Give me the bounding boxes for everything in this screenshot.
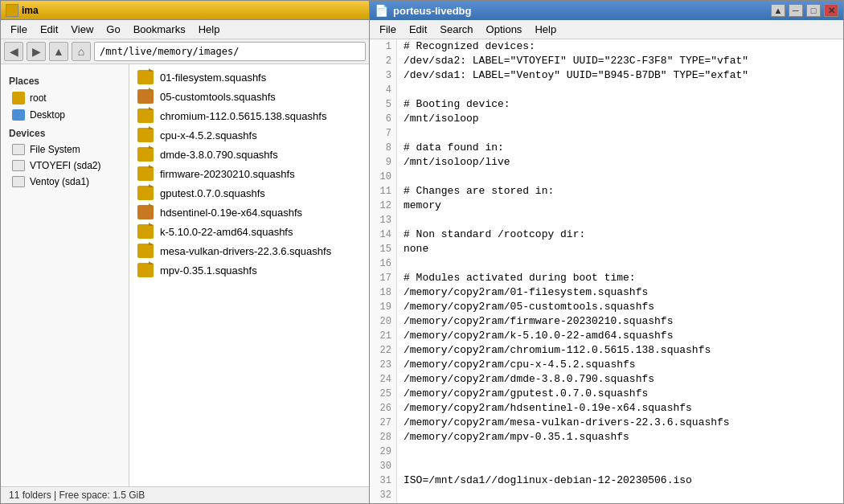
file-icon	[137, 89, 154, 104]
sidebar-item-root[interactable]: root	[1, 89, 129, 107]
file-item[interactable]: firmware-20230210.squashfs	[129, 164, 369, 183]
line-number: 13	[375, 213, 391, 227]
file-list: 01-filesystem.squashfs05-customtools.squ…	[129, 64, 369, 486]
code-line: /memory/copy2ram/gputest.0.7.0.squashfs	[404, 387, 837, 401]
address-bar[interactable]: /mnt/live/memory/images/	[94, 42, 366, 61]
sidebar-item-desktop[interactable]: Desktop	[1, 107, 129, 123]
file-item[interactable]: dmde-3.8.0.790.squashfs	[129, 145, 369, 164]
line-number: 11	[375, 184, 391, 199]
file-icon	[137, 128, 154, 142]
fm-menu-file[interactable]: File	[4, 22, 34, 37]
file-icon	[137, 186, 154, 200]
te-menu-edit[interactable]: Edit	[403, 22, 433, 37]
code-line: # Booting device:	[404, 97, 837, 112]
code-line	[404, 126, 837, 141]
file-name: dmde-3.8.0.790.squashfs	[160, 149, 278, 161]
code-line: none	[404, 242, 837, 256]
line-number: 8	[375, 141, 391, 155]
code-line: # Modules activated during boot time:	[404, 271, 837, 285]
text-editor: 📄 porteus-livedbg ▲ ─ □ ✕ File Edit Sear…	[370, 0, 844, 504]
line-number: 23	[375, 358, 391, 372]
line-number: 27	[375, 416, 391, 430]
line-number: 2	[375, 54, 391, 68]
fm-menu-go[interactable]: Go	[100, 22, 126, 37]
file-item[interactable]: 05-customtools.squashfs	[129, 87, 369, 106]
forward-button[interactable]: ▶	[27, 42, 46, 61]
line-number: 16	[375, 256, 391, 271]
code-line: /memory/copy2ram/01-filesystem.squashfs	[404, 285, 837, 300]
code-line: /memory/copy2ram/chromium-112.0.5615.138…	[404, 343, 837, 358]
file-item[interactable]: gputest.0.7.0.squashfs	[129, 183, 369, 203]
file-item[interactable]: k-5.10.0-22-amd64.squashfs	[129, 222, 369, 241]
code-line: ISO=/mnt/sda1//doglinux-debian-12-202305…	[404, 473, 837, 488]
line-number: 28	[375, 430, 391, 445]
line-number: 6	[375, 112, 391, 126]
te-maximize-btn[interactable]: □	[806, 4, 821, 17]
te-titlebar: 📄 porteus-livedbg ▲ ─ □ ✕	[370, 1, 843, 20]
te-menu-help[interactable]: Help	[528, 22, 563, 37]
home-icon	[12, 92, 25, 104]
code-line: /memory/copy2ram/mesa-vulkan-drivers-22.…	[404, 416, 837, 430]
fm-menu-bookmarks[interactable]: Bookmarks	[127, 22, 192, 37]
fm-menubar: File Edit View Go Bookmarks Help	[1, 20, 369, 39]
line-number: 10	[375, 170, 391, 184]
sidebar-item-ventoy[interactable]: Ventoy (sda1)	[1, 174, 129, 190]
code-line: # Non standard /rootcopy dir:	[404, 227, 837, 242]
sidebar-item-vtoyefi[interactable]: VTOYEFI (sda2)	[1, 158, 129, 174]
te-minimize-btn[interactable]: ▲	[771, 4, 785, 17]
code-line: /dev/sda2: LABEL="VTOYEFI" UUID="223C-F3…	[404, 54, 837, 68]
file-name: k-5.10.0-22-amd64.squashfs	[160, 226, 293, 238]
code-line: /mnt/isoloop	[404, 112, 837, 126]
file-name: mesa-vulkan-drivers-22.3.6.squashfs	[160, 245, 331, 257]
code-line: /memory/copy2ram/cpu-x-4.5.2.squashfs	[404, 358, 837, 372]
line-number: 3	[375, 68, 391, 83]
line-number: 9	[375, 155, 391, 170]
te-iconify-btn[interactable]: ─	[789, 4, 803, 17]
line-number: 26	[375, 401, 391, 416]
fm-title-icon	[6, 4, 18, 17]
line-number: 5	[375, 97, 391, 112]
code-line: /memory/copy2ram/mpv-0.35.1.squashfs	[404, 430, 837, 445]
line-number: 32	[375, 488, 391, 502]
line-number: 29	[375, 445, 391, 459]
te-title: porteus-livedbg	[393, 5, 472, 17]
file-name: gputest.0.7.0.squashfs	[160, 187, 265, 199]
te-menu-search[interactable]: Search	[433, 22, 479, 37]
code-line: # Changes are stored in:	[404, 184, 837, 199]
folder-icon	[12, 109, 25, 121]
code-line: /memory/copy2ram/dmde-3.8.0.790.squashfs	[404, 372, 837, 387]
file-item[interactable]: mpv-0.35.1.squashfs	[129, 260, 369, 280]
file-icon	[137, 263, 154, 277]
te-menubar: File Edit Search Options Help	[370, 20, 843, 39]
te-menu-file[interactable]: File	[373, 22, 403, 37]
line-number: 17	[375, 271, 391, 285]
te-close-btn[interactable]: ✕	[824, 4, 838, 17]
fm-menu-view[interactable]: View	[64, 22, 100, 37]
places-title: Places	[1, 71, 129, 89]
up-button[interactable]: ▲	[49, 42, 68, 61]
back-button[interactable]: ◀	[4, 42, 23, 61]
file-icon	[137, 109, 154, 123]
file-item[interactable]: mesa-vulkan-drivers-22.3.6.squashfs	[129, 241, 369, 260]
home-button[interactable]: ⌂	[72, 42, 91, 61]
line-number: 18	[375, 285, 391, 300]
line-number: 15	[375, 242, 391, 256]
fm-menu-edit[interactable]: Edit	[34, 22, 64, 37]
drive-icon-1	[12, 144, 25, 155]
te-content[interactable]: 1234567891011121314151617181920212223242…	[370, 39, 843, 503]
status-text: 11 folders | Free space: 1.5 GiB	[9, 490, 145, 501]
file-name: 05-customtools.squashfs	[160, 91, 276, 103]
sidebar-root-label: root	[30, 92, 47, 104]
fm-menu-help[interactable]: Help	[192, 22, 227, 37]
sidebar-vtoyefi-label: VTOYEFI (sda2)	[30, 160, 100, 171]
file-item[interactable]: hdsentinel-0.19e-x64.squashfs	[129, 203, 369, 222]
te-menu-options[interactable]: Options	[480, 22, 529, 37]
code-content: # Recognized devices:/dev/sda2: LABEL="V…	[397, 39, 843, 503]
sidebar-item-filesystem[interactable]: File System	[1, 141, 129, 158]
file-item[interactable]: cpu-x-4.5.2.squashfs	[129, 125, 369, 145]
file-icon	[137, 205, 154, 219]
code-line: # Recognized devices:	[404, 39, 837, 54]
file-item[interactable]: chromium-112.0.5615.138.squashfs	[129, 106, 369, 125]
file-item[interactable]: 01-filesystem.squashfs	[129, 68, 369, 87]
code-line: /memory/copy2ram/k-5.10.0-22-amd64.squas…	[404, 329, 837, 343]
